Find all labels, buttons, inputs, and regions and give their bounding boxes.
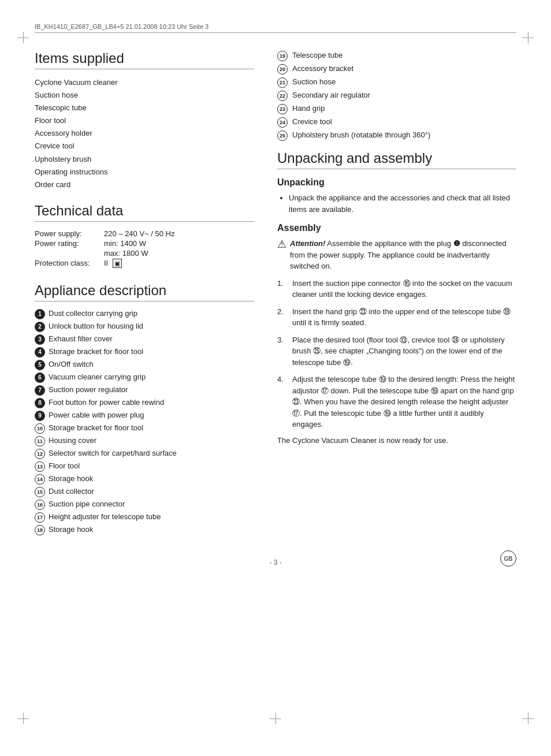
instruction-item: 1.Insert the suction pipe connector ⑯ in… — [277, 278, 516, 300]
item-number: 21 — [277, 77, 288, 88]
appl-list-item: 14Storage hook — [35, 474, 254, 485]
item-text: Suction hose — [292, 77, 336, 87]
appl-list-item: 9Power cable with power plug — [35, 410, 254, 421]
instruction-item: 4.Adjust the telescope tube ⑲ to the des… — [277, 374, 516, 430]
item-text: Floor tool — [49, 461, 80, 471]
items-supplied-item: Operating instructions — [35, 166, 254, 178]
item-text: Vacuum cleaner carrying grip — [49, 372, 146, 382]
item-text: Selector switch for carpet/hard surface — [49, 448, 177, 459]
unpacking-subheading: Unpacking — [277, 177, 516, 188]
appl-list-item: 13Floor tool — [35, 461, 254, 472]
appl-list-item: 2Unlock button for housing lid — [35, 321, 254, 332]
item-text: On/Off switch — [49, 359, 94, 370]
header-text: IB_KH1410_E2687_GB_LB4+5 21.01.2008 10:2… — [35, 23, 209, 30]
appl-list-item: 4Storage bracket for floor tool — [35, 347, 254, 357]
item-number: 14 — [35, 474, 45, 485]
item-text: Storage bracket for floor tool — [49, 423, 143, 433]
item-text: Storage hook — [49, 474, 93, 484]
item-text: Power cable with power plug — [49, 410, 144, 420]
item-number: 6 — [35, 373, 45, 383]
item-number: 17 — [35, 512, 45, 523]
items-supplied-item: Accessory holder — [35, 127, 254, 140]
appl-list-item: 7Suction power regulator — [35, 385, 254, 396]
item-number: 4 — [35, 347, 45, 357]
header-bar: IB_KH1410_E2687_GB_LB4+5 21.01.2008 10:2… — [35, 23, 516, 33]
item-number: 24 — [277, 117, 288, 128]
appl-list-item: 11Housing cover — [35, 435, 254, 446]
appl-list-item: 5On/Off switch — [35, 359, 254, 370]
item-number: 22 — [277, 91, 288, 101]
right-list-item: 20Accessory bracket — [277, 64, 516, 75]
item-text: Housing cover — [49, 435, 96, 446]
item-text: Storage bracket for floor tool — [49, 347, 143, 357]
attention-label: Attention! — [290, 239, 325, 248]
appl-list-item: 3Exhaust filter cover — [35, 334, 254, 345]
item-number: 19 — [277, 51, 288, 61]
items-supplied-item: Order card — [35, 178, 254, 191]
left-column: Items supplied Cyclone Vacuum cleanerSuc… — [35, 50, 254, 541]
appl-list-item: 8Foot button for power cable rewind — [35, 397, 254, 408]
item-number: 15 — [35, 487, 45, 497]
appl-list-item: 16Suction pipe connector — [35, 499, 254, 510]
appl-list-item: 10Storage bracket for floor tool — [35, 423, 254, 434]
item-text: Upholstery brush (rotatable through 360°… — [292, 130, 430, 140]
right-column: 19Telescope tube20Accessory bracket21Suc… — [277, 50, 516, 541]
tech-value: min: 1400 W — [104, 239, 180, 248]
unpacking-assembly-heading: Unpacking and assembly — [277, 150, 516, 169]
unpacking-bullet-list: Unpack the appliance and the accessories… — [277, 192, 516, 215]
item-number: 1 — [35, 309, 45, 319]
item-number: 23 — [277, 104, 288, 114]
item-number: 5 — [35, 360, 45, 370]
tech-value: max: 1800 W — [104, 248, 180, 258]
item-number: 9 — [35, 411, 45, 421]
tech-value: II ▣ — [104, 258, 180, 269]
item-text: Hand grip — [292, 103, 325, 114]
technical-data-table: Power supply:220 – 240 V~ / 50 HzPower r… — [35, 229, 180, 269]
item-number: 11 — [35, 436, 45, 446]
right-list-item: 22Secondary air regulator — [277, 90, 516, 101]
instruction-number: 4. — [277, 374, 288, 430]
item-number: 8 — [35, 398, 45, 408]
instruction-text: Insert the suction pipe connector ⑯ into… — [292, 278, 516, 300]
gb-badge: GB — [500, 550, 516, 567]
appl-list-item: 18Storage hook — [35, 524, 254, 535]
item-text: Height adjuster for telescope tube — [49, 512, 161, 522]
protection-class-symbol: ▣ — [113, 259, 122, 268]
item-text: Storage hook — [49, 524, 93, 535]
item-number: 20 — [277, 64, 288, 75]
instruction-item: 2.Insert the hand grip ㉓ into the upper … — [277, 306, 516, 329]
unpacking-bullet-item: Unpack the appliance and the accessories… — [289, 192, 516, 215]
item-text: Accessory bracket — [292, 64, 353, 74]
crosshair-top-left — [17, 32, 29, 43]
item-number: 16 — [35, 500, 45, 510]
attention-box: ⚠ Attention! Assemble the appliance with… — [277, 238, 516, 272]
main-columns: Items supplied Cyclone Vacuum cleanerSuc… — [35, 50, 516, 541]
item-text: Suction power regulator — [49, 385, 128, 395]
appl-list-item: 6Vacuum cleaner carrying grip — [35, 372, 254, 383]
items-supplied-item: Telescopic tube — [35, 102, 254, 114]
instruction-text: Place the desired tool (floor tool ⑬, cr… — [292, 334, 516, 368]
tech-label: Power supply: — [35, 229, 104, 239]
appl-list-item: 15Dust collector — [35, 486, 254, 497]
technical-data-heading: Technical data — [35, 203, 254, 222]
item-text: Exhaust filter cover — [49, 334, 113, 344]
items-supplied-item: Crevice tool — [35, 140, 254, 152]
item-text: Secondary air regulator — [292, 90, 370, 100]
right-list-item: 23Hand grip — [277, 103, 516, 114]
crosshair-bottom-right — [522, 713, 534, 724]
crosshair-top-right — [522, 32, 534, 43]
item-number: 13 — [35, 461, 45, 472]
appl-list-item: 12Selector switch for carpet/hard surfac… — [35, 448, 254, 459]
instruction-item: 3.Place the desired tool (floor tool ⑬, … — [277, 334, 516, 368]
items-supplied-item: Cyclone Vacuum cleaner — [35, 76, 254, 89]
item-number: 25 — [277, 131, 288, 141]
appl-list-item: 17Height adjuster for telescope tube — [35, 512, 254, 523]
unpacking-assembly-section: Unpacking and assembly Unpacking Unpack … — [277, 150, 516, 445]
items-supplied-heading: Items supplied — [35, 50, 254, 69]
instruction-number: 1. — [277, 278, 288, 300]
items-supplied-item: Floor tool — [35, 114, 254, 127]
items-supplied-item: Upholstery brush — [35, 153, 254, 166]
item-text: Suction pipe connector — [49, 499, 125, 509]
appliance-description-heading: Appliance description — [35, 282, 254, 301]
tech-label — [35, 248, 104, 258]
